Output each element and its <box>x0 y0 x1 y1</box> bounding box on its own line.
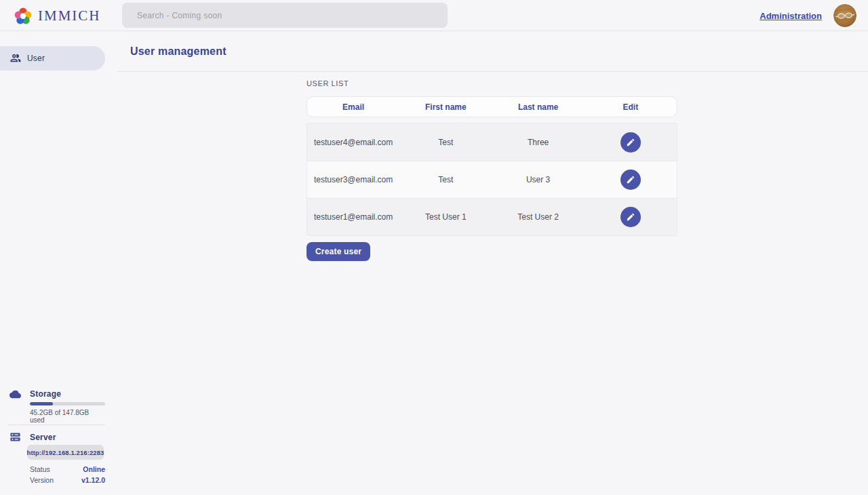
server-version-row: Version v1.12.0 <box>30 475 105 485</box>
logo-wordmark: IMMICH <box>38 7 101 24</box>
page-title-bar: User management <box>117 31 868 72</box>
server-status-row: Status Online <box>30 464 105 474</box>
edit-user-button[interactable] <box>620 207 641 227</box>
table-header-row: Email First name Last name Edit <box>307 96 677 117</box>
users-icon <box>9 52 22 67</box>
storage-progress-fill <box>30 402 53 405</box>
top-bar: IMMICH Administration <box>0 0 868 31</box>
cell-first-name: Test <box>399 175 492 184</box>
pencil-icon <box>626 212 635 222</box>
administration-link[interactable]: Administration <box>760 0 822 31</box>
server-url-badge: http://192.168.1.216:2283 <box>27 445 104 460</box>
sidebar: User Storage 45.2GB of 147.8GB used Serv… <box>0 31 105 495</box>
cell-last-name: Three <box>492 138 585 147</box>
status-label: Status <box>30 465 50 473</box>
server-icon <box>9 431 21 446</box>
table-row: testuser3@email.com Test User 3 <box>307 161 677 198</box>
immich-flower-icon <box>14 6 33 25</box>
version-value: v1.12.0 <box>81 476 105 484</box>
pencil-icon <box>626 175 635 184</box>
cloud-icon <box>9 389 21 403</box>
column-header-first-name: First name <box>399 102 492 112</box>
user-avatar[interactable] <box>833 4 856 27</box>
server-title: Server <box>30 433 56 442</box>
table-body: testuser4@email.com Test Three testuser3… <box>307 123 677 236</box>
cell-email: testuser3@email.com <box>307 175 399 184</box>
page-title: User management <box>130 45 226 58</box>
create-user-button[interactable]: Create user <box>307 242 370 261</box>
edit-user-button[interactable] <box>620 132 641 153</box>
version-label: Version <box>30 476 54 484</box>
cell-email: testuser1@email.com <box>307 212 399 222</box>
sidebar-divider <box>8 424 105 425</box>
storage-usage-text: 45.2GB of 147.8GB used <box>30 409 105 424</box>
search-input[interactable] <box>122 3 448 28</box>
sidebar-item-user[interactable]: User <box>0 46 105 71</box>
edit-user-button[interactable] <box>620 170 641 190</box>
cell-last-name: Test User 2 <box>492 212 585 222</box>
column-header-email: Email <box>307 102 399 112</box>
table-row: testuser1@email.com Test User 1 Test Use… <box>307 198 677 235</box>
column-header-edit: Edit <box>585 102 677 112</box>
immich-logo[interactable]: IMMICH <box>14 0 101 31</box>
cell-first-name: Test User 1 <box>399 212 492 222</box>
cell-first-name: Test <box>399 138 492 147</box>
user-list-label: USER LIST <box>307 79 349 87</box>
user-table: Email First name Last name Edit testuser… <box>307 96 677 236</box>
column-header-last-name: Last name <box>492 102 585 112</box>
status-value: Online <box>83 465 105 473</box>
pencil-icon <box>626 138 635 147</box>
storage-progress-bar <box>30 402 105 405</box>
cell-last-name: User 3 <box>492 175 585 184</box>
storage-title: Storage <box>30 389 61 399</box>
table-row: testuser4@email.com Test Three <box>307 123 677 161</box>
main-content: User management USER LIST Email First na… <box>117 31 868 495</box>
sidebar-item-user-label: User <box>27 54 45 63</box>
cell-email: testuser4@email.com <box>307 138 399 147</box>
